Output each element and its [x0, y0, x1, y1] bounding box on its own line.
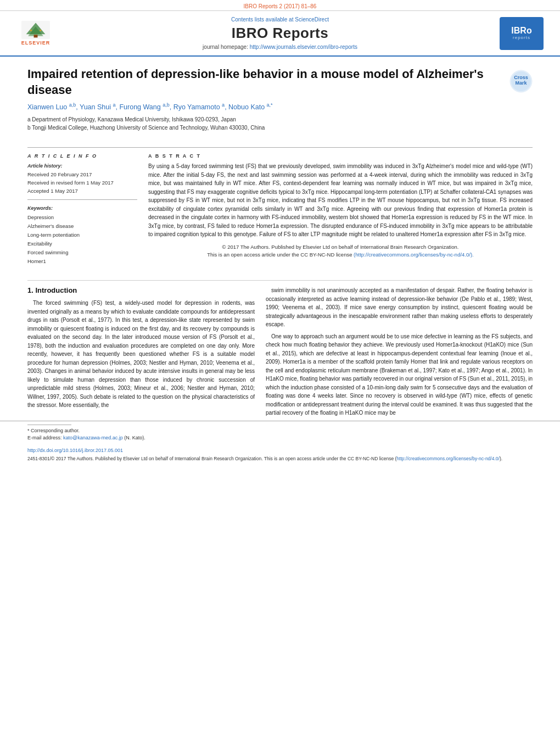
journal-header: ELSEVIER Contents lists available at Sci…	[0, 11, 560, 57]
abstract-heading: A B S T R A C T	[148, 153, 533, 159]
open-access-note: © 2017 The Authors. Published by Elsevie…	[148, 243, 533, 259]
doi-line: http://dx.doi.org/10.1016/j.ibror.2017.0…	[0, 445, 560, 454]
abstract-section: A B S T R A C T By using a 5-day forced …	[148, 153, 533, 259]
svg-rect-3	[34, 35, 38, 37]
intro-para3-text: One way to approach such an argument wou…	[266, 332, 533, 417]
svg-point-5	[40, 30, 41, 31]
email-line: E-mail address: kato@kanazawa-med.ac.jp …	[27, 434, 533, 442]
bottom-license: 2451-8301/© 2017 The Authors. Published …	[0, 454, 560, 467]
elsevier-tree-icon	[19, 21, 52, 39]
top-bar: IBRO Reports 2 (2017) 81–86	[0, 0, 560, 11]
authors: Xianwen Luo a,b, Yuan Shui a, Furong Wan…	[27, 102, 503, 111]
article-info-section: A R T I C L E I N F O Article history: R…	[27, 153, 137, 266]
intro-right-col: swim immobility is not unanimously accep…	[266, 286, 533, 421]
accepted-date: Accepted 1 May 2017	[27, 187, 137, 195]
intro-paragraph2: swim immobility is not unanimously accep…	[266, 286, 533, 417]
intro-title: 1. Introduction	[27, 286, 255, 294]
received-date: Received 20 February 2017	[27, 170, 137, 178]
license-text: 2451-8301/© 2017 The Authors. Published …	[27, 456, 396, 461]
crossmark: Cross Mark	[509, 70, 533, 94]
introduction-section: 1. Introduction The forced swimming (FS)…	[27, 286, 533, 421]
keyword-6: Homer1	[27, 257, 137, 266]
sciencedirect-text: Contents lists available at ScienceDirec…	[60, 16, 500, 23]
article-title-section: Impaired retention of depression-like be…	[27, 66, 533, 142]
svg-point-4	[30, 30, 32, 31]
keywords-label: Keywords:	[27, 204, 137, 213]
footnote-line	[27, 425, 71, 425]
article-body: Impaired retention of depression-like be…	[0, 57, 560, 421]
affiliation-b: b Tongji Medical College, Huazhong Unive…	[27, 124, 503, 132]
open-access-url[interactable]: (http://creativecommons.org/licenses/by-…	[354, 252, 474, 258]
keywords-section: Keywords: Depression Alzheimer's disease…	[27, 204, 137, 266]
article-info-col: A R T I C L E I N F O Article history: R…	[27, 153, 137, 272]
affiliations: a Department of Physiology, Kanazawa Med…	[27, 115, 503, 132]
affiliation-a: a Department of Physiology, Kanazawa Med…	[27, 115, 503, 124]
journal-center: Contents lists available at ScienceDirec…	[60, 16, 500, 50]
ibro-logo: IBRo reports	[500, 17, 544, 50]
keyword-1: Depression	[27, 213, 137, 222]
license-url[interactable]: http://creativecommons.org/licenses/by-n…	[396, 456, 500, 461]
elsevier-logo: ELSEVIER	[11, 21, 60, 46]
elsevier-label: ELSEVIER	[21, 40, 51, 46]
history-label: Article history:	[27, 162, 137, 170]
journal-title-header: IBRO Reports	[60, 25, 500, 42]
ibro-logo-sub: reports	[513, 35, 530, 40]
article-history: Article history: Received 20 February 20…	[27, 162, 137, 200]
crossmark-icon: Cross Mark	[509, 70, 533, 93]
svg-text:Mark: Mark	[515, 80, 527, 86]
article-title: Impaired retention of depression-like be…	[27, 66, 489, 98]
open-access-line2: This is an open access article under the…	[148, 251, 533, 259]
corresponding-author-note: * Corresponding author.	[27, 427, 533, 435]
intro-paragraph1: The forced swimming (FS) test, a widely-…	[27, 299, 255, 410]
section-divider	[27, 280, 533, 281]
open-access-line1: © 2017 The Authors. Published by Elsevie…	[148, 243, 533, 251]
title-and-authors: Impaired retention of depression-like be…	[27, 66, 503, 137]
intro-left-col: 1. Introduction The forced swimming (FS)…	[27, 286, 255, 421]
abstract-col: A B S T R A C T By using a 5-day forced …	[148, 153, 533, 272]
intro-para1-text: The forced swimming (FS) test, a widely-…	[27, 299, 255, 410]
doi-url[interactable]: http://dx.doi.org/10.1016/j.ibror.2017.0…	[27, 448, 123, 453]
svg-text:Cross: Cross	[514, 75, 528, 80]
email-address[interactable]: kato@kanazawa-med.ac.jp	[63, 435, 123, 440]
keyword-2: Alzheimer's disease	[27, 222, 137, 231]
abstract-text: By using a 5-day forced swimming test (F…	[148, 162, 533, 239]
journal-homepage: journal homepage: http://www.journals.el…	[60, 44, 500, 50]
article-info-abstract: A R T I C L E I N F O Article history: R…	[27, 147, 533, 272]
keyword-5: Forced swimming	[27, 248, 137, 257]
revised-date: Received in revised form 1 May 2017	[27, 178, 137, 187]
footnote-area: * Corresponding author. E-mail address: …	[0, 421, 560, 445]
ibro-logo-text: IBRo	[511, 26, 531, 35]
keyword-4: Excitability	[27, 239, 137, 248]
article-info-heading: A R T I C L E I N F O	[27, 153, 137, 159]
homepage-link[interactable]: http://www.journals.elsevier.com/ibro-re…	[250, 44, 357, 50]
page: IBRO Reports 2 (2017) 81–86 ELSEVIER Con…	[0, 0, 560, 742]
keyword-3: Long-term potentiation	[27, 231, 137, 239]
intro-para2-text: swim immobility is not unanimously accep…	[266, 286, 533, 329]
journal-reference: IBRO Reports 2 (2017) 81–86	[244, 3, 317, 9]
